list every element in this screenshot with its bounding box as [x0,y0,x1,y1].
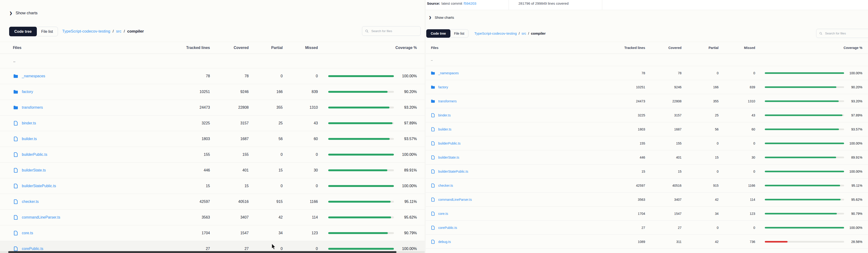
covered-cell: 3407 [240,215,249,219]
folder-row[interactable]: factory10251924616683990.20% [0,84,425,100]
file-icon [13,199,19,205]
file-link[interactable]: builder.ts [438,128,452,131]
tracked-lines-cell: 3563 [202,215,210,219]
file-icon [431,127,435,132]
tab-code-tree[interactable]: Code tree [426,29,451,38]
file-link[interactable]: corePublic.ts [22,247,43,251]
horizontal-scrollbar-thumb[interactable] [8,251,397,253]
search-input[interactable] [825,31,868,35]
file-row[interactable]: binder.ts32253157254397.89% [0,115,425,131]
file-link[interactable]: binder.ts [22,121,36,125]
file-link[interactable]: commandLineParser.ts [22,215,60,219]
coverage-bar [328,169,394,171]
coverage-bar [765,142,844,144]
column-coverage[interactable]: Coverage % [844,46,862,50]
coverage-bar [328,185,394,187]
file-icon [431,155,435,160]
file-link[interactable]: builderStatePublic.ts [22,184,56,188]
tracked-lines-cell: 1704 [202,231,210,235]
partial-cell: 15 [715,155,719,159]
missed-cell: 43 [314,121,318,125]
column-coverage[interactable]: Coverage % [395,46,417,50]
column-covered[interactable]: Covered [234,46,249,50]
file-link[interactable]: commandLineParser.ts [438,198,472,202]
breadcrumb-src-link[interactable]: src [522,31,526,35]
show-charts-toggle[interactable]: ❯ Show charts [9,11,37,15]
folder-row[interactable]: factory10251924616683990.20% [426,80,868,94]
file-link[interactable]: builderPublic.ts [22,152,48,157]
file-row[interactable]: builderStatePublic.ts151500100.00% [0,178,425,194]
partial-cell: 34 [715,212,719,216]
column-missed[interactable]: Missed [305,46,318,50]
commit-link[interactable]: f594203 [464,1,476,5]
file-link[interactable]: binder.ts [438,113,451,117]
coverage-bar-fill [765,114,842,116]
file-row[interactable]: checker.ts4259740516915116695.11% [0,194,425,210]
file-row[interactable]: commandLineParser.ts356334074211495.62% [426,192,868,207]
horizontal-scrollbar-track[interactable] [0,251,425,253]
column-tracked-lines[interactable]: Tracked lines [624,46,645,50]
breadcrumb-repo-link[interactable]: TypeScript-codecov-testing [474,31,517,35]
breadcrumb-src-link[interactable]: src [116,29,122,34]
file-link[interactable]: checker.ts [438,184,453,187]
file-row[interactable]: checker.ts4259740516915116695.11% [426,179,868,192]
file-row[interactable]: builder.ts18031687566093.57% [426,122,868,136]
search-input[interactable] [371,29,417,33]
file-row[interactable]: commandLineParser.ts356334074211495.62% [0,210,425,225]
breadcrumb-repo-link[interactable]: TypeScript-codecov-testing [62,29,110,34]
column-missed[interactable]: Missed [744,46,755,50]
folder-link[interactable]: _namespaces [438,71,459,75]
tab-file-list[interactable]: File list [37,27,58,36]
parent-directory-row[interactable]: .. [0,53,425,68]
file-row[interactable]: builderPublic.ts15515500100.00% [426,136,868,150]
file-row[interactable]: corePublic.ts272700100.00% [426,221,868,235]
covered-cell: 1687 [674,128,682,131]
tab-code-tree[interactable]: Code tree [9,27,37,36]
parent-directory-row[interactable]: .. [426,53,868,66]
coverage-percent: 95.11% [851,184,862,187]
column-tracked-lines[interactable]: Tracked lines [186,46,210,50]
column-partial[interactable]: Partial [271,46,283,50]
file-row[interactable]: builderPublic.ts15515500100.00% [0,147,425,162]
parent-directory-link[interactable]: .. [13,59,16,63]
file-link[interactable]: core.ts [438,212,448,216]
file-link[interactable]: core.ts [22,231,33,235]
file-link[interactable]: corePublic.ts [438,226,457,229]
file-row[interactable]: builderState.ts446401153089.91% [0,162,425,178]
show-charts-toggle[interactable]: ❯ Show charts [429,15,454,20]
file-link[interactable]: debug.ts [438,240,451,244]
folder-row[interactable]: transformers2447322808355131093.20% [0,100,425,115]
source-bar: Source: latest commit f594203 281796 of … [426,0,868,10]
folder-row[interactable]: _namespaces787800100.00% [0,68,425,84]
coverage-percent: 100.00% [849,71,862,75]
column-partial[interactable]: Partial [709,46,719,50]
file-link[interactable]: builderState.ts [22,168,46,172]
file-row[interactable]: builderStatePublic.ts151500100.00% [426,165,868,179]
file-row[interactable]: binder.ts32253157254397.89% [426,108,868,122]
file-link[interactable]: builderStatePublic.ts [438,170,468,173]
parent-directory-link[interactable]: .. [431,58,433,61]
file-link[interactable]: builderState.ts [438,155,459,159]
file-link[interactable]: builder.ts [22,137,37,141]
file-row[interactable]: core.ts170415473412390.79% [426,207,868,221]
file-link[interactable]: checker.ts [22,200,39,204]
folder-icon [431,84,435,89]
tab-file-list[interactable]: File list [450,30,468,37]
coverage-bar-fill [328,232,388,234]
folder-link[interactable]: _namespaces [22,74,45,78]
file-row[interactable]: builder.ts18031687566093.57% [0,131,425,147]
file-link[interactable]: builderPublic.ts [438,142,461,145]
folder-link[interactable]: transformers [438,99,457,103]
file-row[interactable]: core.ts170415473412390.79% [0,225,425,241]
folder-link[interactable]: factory [438,85,448,89]
folder-link[interactable]: transformers [22,105,43,110]
coverage-percent: 89.91% [404,168,417,172]
folder-row[interactable]: transformers2447322808355131093.20% [426,94,868,108]
file-row[interactable]: debug.ts10893114273628.56% [426,235,868,249]
covered-cell: 155 [676,142,682,145]
column-covered[interactable]: Covered [669,46,682,50]
folder-link[interactable]: factory [22,90,33,94]
partial-cell: 355 [713,99,719,103]
file-row[interactable]: builderState.ts446401153089.91% [426,150,868,165]
folder-row[interactable]: _namespaces787800100.00% [426,66,868,80]
